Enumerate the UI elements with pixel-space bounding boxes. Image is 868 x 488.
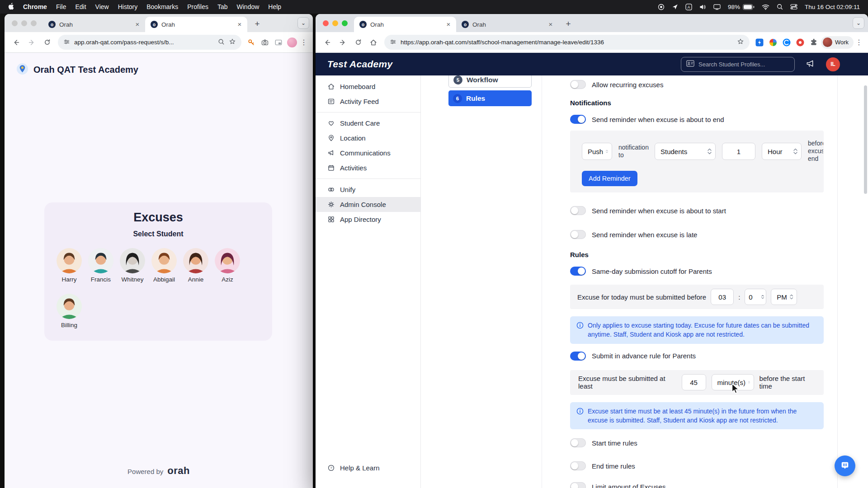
close-window-button[interactable]	[323, 20, 329, 26]
add-reminder-button[interactable]: Add Reminder	[582, 171, 637, 186]
screen-record-icon[interactable]	[658, 4, 665, 10]
display-icon[interactable]	[713, 4, 721, 10]
reminder-late-toggle[interactable]	[570, 230, 586, 239]
extension-icon-red[interactable]	[794, 36, 807, 49]
page-scrollbar[interactable]	[864, 85, 867, 194]
extensions-puzzle-icon[interactable]	[807, 36, 820, 49]
input-source-icon[interactable]: A	[685, 4, 692, 10]
bookmark-star-icon[interactable]	[229, 38, 236, 47]
sidebar-item-communications[interactable]: Communications	[316, 145, 420, 160]
home-button[interactable]	[366, 35, 381, 50]
allow-recurring-toggle[interactable]	[570, 80, 586, 89]
reminder-end-toggle[interactable]	[570, 115, 586, 124]
browser-tab[interactable]: o Orah ×	[456, 17, 558, 32]
battery-status[interactable]: 98%	[728, 4, 755, 10]
browser-tab[interactable]: o Orah ×	[43, 17, 145, 32]
step-rules[interactable]: 6 Rules	[448, 90, 532, 106]
sidebar-item-activity-feed[interactable]: Activity Feed	[316, 94, 420, 109]
new-tab-button[interactable]: +	[562, 18, 575, 30]
sidebar-item-student-care[interactable]: Student Care	[316, 116, 420, 131]
sidebar-item-app-directory[interactable]: App Directory	[316, 212, 420, 227]
camera-extension-icon[interactable]	[259, 36, 271, 49]
student-search-box[interactable]	[681, 57, 795, 72]
sidebar-item-admin-console[interactable]: Admin Console	[316, 197, 420, 212]
menu-view[interactable]: View	[95, 3, 109, 10]
volume-icon[interactable]	[699, 4, 706, 10]
sidebar-item-unify[interactable]: Unify	[316, 182, 420, 197]
browser-tab-active[interactable]: o Orah ×	[354, 17, 456, 32]
student-option[interactable]: Billing	[53, 294, 85, 328]
advance-unit-select[interactable]: minute(s)	[712, 374, 754, 390]
close-window-button[interactable]	[12, 20, 18, 26]
cutoff-hour-input[interactable]	[711, 289, 734, 305]
location-icon[interactable]	[672, 4, 678, 10]
menu-bookmarks[interactable]: Bookmarks	[146, 3, 178, 10]
channel-select[interactable]: Push	[582, 143, 612, 160]
advance-rule-toggle[interactable]	[570, 352, 586, 361]
reload-button[interactable]	[40, 35, 54, 50]
menu-window[interactable]: Window	[237, 3, 259, 10]
tab-search-chevron-icon[interactable]: ⌄	[297, 17, 309, 29]
apple-logo-icon[interactable]	[8, 3, 14, 11]
key-extension-icon[interactable]	[245, 36, 258, 49]
menu-file[interactable]: File	[56, 3, 66, 10]
menu-help[interactable]: Help	[268, 3, 281, 10]
menu-history[interactable]: History	[118, 3, 138, 10]
start-time-toggle[interactable]	[570, 438, 586, 447]
audience-select[interactable]: Students	[655, 143, 716, 160]
student-option[interactable]: Aziz	[212, 248, 243, 283]
zoom-window-button[interactable]	[342, 20, 348, 26]
reload-button[interactable]	[351, 35, 365, 50]
student-option[interactable]: Abbigail	[148, 248, 180, 283]
amount-input-box[interactable]	[722, 143, 755, 160]
profile-avatar[interactable]	[286, 36, 298, 49]
address-bar[interactable]: app.orah-qat.com/pass-request/s/b...	[58, 35, 241, 50]
advance-amount-input[interactable]	[682, 374, 706, 390]
extension-icon-multicolor[interactable]	[767, 36, 779, 49]
browser-menu-icon[interactable]: ⋮	[299, 38, 308, 47]
sidebar-item-activities[interactable]: Activities	[316, 160, 420, 175]
address-bar[interactable]: https://app.orah-qat.com/staff/school-ma…	[384, 35, 750, 50]
student-option[interactable]: Francis	[85, 248, 117, 283]
menu-chrome[interactable]: Chrome	[23, 3, 47, 10]
reminder-start-toggle[interactable]	[570, 206, 586, 215]
back-button[interactable]	[9, 35, 24, 50]
same-day-toggle[interactable]	[570, 267, 586, 276]
amount-input[interactable]	[728, 148, 750, 155]
student-option[interactable]: Harry	[53, 248, 85, 283]
sidebar-item-location[interactable]: Location	[316, 131, 420, 145]
minimize-window-button[interactable]	[21, 20, 27, 26]
tab-close-icon[interactable]: ×	[133, 20, 142, 28]
tab-close-icon[interactable]: ×	[236, 20, 244, 28]
spotlight-icon[interactable]	[777, 4, 783, 10]
tab-close-icon[interactable]: ×	[444, 20, 453, 28]
cutoff-minute-input-box[interactable]	[745, 289, 766, 305]
tab-search-chevron-icon[interactable]: ⌄	[853, 17, 864, 29]
menu-bar-clock[interactable]: Thu 16 Oct 02:09:11	[805, 4, 860, 10]
control-center-icon[interactable]	[790, 4, 797, 10]
extension-icon-blue[interactable]	[753, 36, 766, 49]
forward-button[interactable]	[335, 35, 350, 50]
intercom-launcher-button[interactable]	[835, 455, 855, 476]
forward-button[interactable]	[24, 35, 39, 50]
student-option[interactable]: Annie	[180, 248, 212, 283]
cutoff-minute-input[interactable]	[749, 293, 760, 301]
menu-edit[interactable]: Edit	[75, 3, 86, 10]
student-option[interactable]: Whitney	[117, 248, 148, 283]
site-settings-icon[interactable]	[63, 38, 70, 47]
end-time-toggle[interactable]	[570, 461, 586, 470]
tab-close-icon[interactable]: ×	[547, 20, 555, 28]
user-avatar[interactable]: IL	[826, 57, 840, 71]
limit-excuses-toggle[interactable]	[570, 482, 586, 488]
bookmark-star-icon[interactable]	[737, 38, 744, 47]
meridiem-select[interactable]: PM	[771, 289, 797, 305]
browser-tab-active[interactable]: o Orah ×	[145, 17, 247, 32]
new-tab-button[interactable]: +	[251, 18, 264, 30]
search-input[interactable]	[698, 61, 789, 68]
announcements-icon[interactable]	[806, 59, 815, 70]
site-settings-icon[interactable]	[390, 38, 396, 47]
minimize-window-button[interactable]	[332, 20, 338, 26]
unit-select[interactable]: Hour	[762, 143, 802, 160]
menu-tab[interactable]: Tab	[217, 3, 228, 10]
menu-profiles[interactable]: Profiles	[187, 3, 208, 10]
